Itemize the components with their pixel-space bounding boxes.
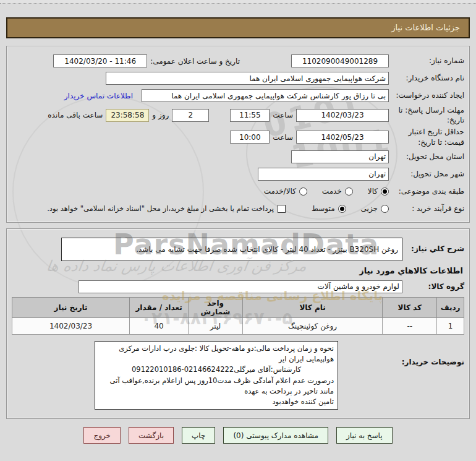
goods-group-label: گروه کالا: xyxy=(402,282,464,291)
validity-time-input[interactable] xyxy=(230,131,270,144)
buyer-notes-label: توضیحات خریدار: xyxy=(397,357,464,367)
need-info-panel: شماره نیاز: تاریخ و ساعت اعلان عمومی: 14… xyxy=(6,46,470,223)
buyer-org-input[interactable] xyxy=(106,72,389,85)
validity-label: حداقل تاریخ اعتبار قیمت: تا تاریخ: xyxy=(389,127,464,147)
city-row: شهر محل تحویل: xyxy=(12,166,464,182)
deadline-row: مهلت ارسال پاسخ: تا تاریخ: ساعت روز و 23… xyxy=(12,105,464,125)
col-header-goods-name: نام کالا xyxy=(242,297,383,317)
radio-goods-service-icon[interactable] xyxy=(299,187,307,196)
buyer-notes-line: نحوه و زمان پرداخت مالی:دو ماهه-تحویل کا… xyxy=(99,343,334,365)
back-button[interactable]: بازگشت xyxy=(129,427,174,444)
exit-button[interactable]: خروج xyxy=(83,427,121,444)
hours-remaining-label: ساعت باقی مانده xyxy=(45,111,106,119)
goods-group-input[interactable] xyxy=(79,280,402,293)
buyer-contact-link[interactable]: اطلاعات تماس خریدار xyxy=(64,92,133,100)
creator-row: ایجاد کننده درخواست: اطلاعات تماس خریدار xyxy=(12,88,464,103)
city-label: شهر محل تحویل: xyxy=(389,169,464,179)
page-title-bar: جزئیات اطلاعات نیاز xyxy=(6,17,470,38)
radio-medium-icon[interactable] xyxy=(338,205,346,213)
col-header-unit: واحد شمارش xyxy=(189,297,243,317)
deadline-time-input[interactable] xyxy=(230,109,270,122)
radio-medium-label: متوسط xyxy=(312,204,335,213)
col-header-row-number: ردیف xyxy=(437,297,464,317)
classification-label: طبقه بندی موضوعی: xyxy=(389,186,464,196)
action-buttons: پاسخ به نیاز مشاهده مدارک پیوستی (0) چاپ… xyxy=(0,427,476,444)
need-desc-row: شرح کلي نیاز: روغن B320SH بیتزر - تعداد … xyxy=(12,238,464,261)
process-type-row: نوع فرآیند خرید : جزیی متوسط پرداخت تمام… xyxy=(12,201,464,217)
validity-row: حداقل تاریخ اعتبار قیمت: تا تاریخ: ساعت xyxy=(12,127,464,147)
buyer-notes-box: نحوه و زمان پرداخت مالی:دو ماهه-تحویل کا… xyxy=(95,341,338,410)
cell-goods-name: روغن کوئینچینگ xyxy=(242,317,383,334)
need-number-input[interactable] xyxy=(291,54,389,67)
cell-goods-code: -- xyxy=(383,317,437,334)
cell-row-number: 1 xyxy=(437,317,464,334)
goods-table-row: 1 -- روغن کوئینچینگ لیتر 40 1402/03/23 xyxy=(12,317,464,334)
radio-goods-icon[interactable] xyxy=(381,187,389,196)
deadline-date-input[interactable] xyxy=(296,109,389,122)
buyer-org-label: نام دستگاه خریدار: xyxy=(389,73,464,83)
buyer-notes-line: تامین کننده خواهدبود xyxy=(99,397,334,407)
page-title: جزئیات اطلاعات نیاز xyxy=(391,23,460,32)
treasury-checkbox[interactable] xyxy=(278,205,286,213)
page-root: جزئیات اطلاعات نیاز شماره نیاز: تاریخ و … xyxy=(0,0,476,461)
countdown-timer: 23:58:58 xyxy=(106,109,149,122)
deadline-label: مهلت ارسال پاسخ: تا تاریخ: xyxy=(389,105,464,125)
validity-date-input[interactable] xyxy=(296,131,389,144)
days-and-label: روز و xyxy=(149,111,172,119)
radio-goods-label: کالا xyxy=(368,187,378,196)
buyer-notes-line: درصورت عدم اعلام آمادگی ظرف مدت10روز پس … xyxy=(99,376,334,397)
creator-input[interactable] xyxy=(142,89,389,102)
respond-button[interactable]: پاسخ به نیاز xyxy=(336,427,393,444)
classification-option-service[interactable]: خدمت xyxy=(322,187,353,196)
goods-info-panel: شرح کلي نیاز: روغن B320SH بیتزر - تعداد … xyxy=(6,228,470,420)
creator-label: ایجاد کننده درخواست: xyxy=(389,90,464,100)
province-label: استان محل تحویل: xyxy=(389,152,464,162)
announce-datetime: 1402/03/20 - 11:46 xyxy=(53,54,147,67)
radio-service-label: خدمت xyxy=(322,187,342,196)
need-desc-box: روغن B320SH بیتزر - تعداد 40 لیتر - کالا… xyxy=(61,238,402,261)
cell-unit: لیتر xyxy=(189,317,243,334)
need-number-row: شماره نیاز: تاریخ و ساعت اعلان عمومی: 14… xyxy=(12,53,464,69)
col-header-need-date: تاریخ نیاز xyxy=(12,297,130,317)
goods-section-heading: اطلاعات کالاهاي مورد نیاز xyxy=(13,266,463,275)
cell-quantity: 40 xyxy=(130,317,189,334)
province-row: استان محل تحویل: xyxy=(12,149,464,165)
process-option-medium[interactable]: متوسط xyxy=(312,204,346,213)
classification-option-goods[interactable]: کالا xyxy=(368,187,389,196)
treasury-checkbox-label: پرداخت تمام یا بخشی از مبلغ خرید،از محل … xyxy=(47,204,274,213)
col-header-goods-code: کد کالا xyxy=(383,297,437,317)
classification-option-goods-service[interactable]: کالا/خدمت xyxy=(264,187,307,196)
need-desc-label: شرح کلي نیاز: xyxy=(402,244,464,254)
city-input[interactable] xyxy=(258,168,389,181)
cell-need-date: 1402/03/23 xyxy=(12,317,130,334)
deadline-hour-label: ساعت xyxy=(270,111,296,119)
goods-table-header-row: ردیف کد کالا نام کالا واحد شمارش تعداد /… xyxy=(12,297,464,317)
process-type-label: نوع فرآیند خرید : xyxy=(389,204,464,213)
radio-partial-icon[interactable] xyxy=(381,205,389,213)
buyer-notes-line: کارشناس:آقای میرگلی02146624222-091220101… xyxy=(99,364,334,375)
classification-row: طبقه بندی موضوعی: کالا خدمت کالا/خدمت xyxy=(12,184,464,199)
view-attachments-button[interactable]: مشاهده مدارک پیوستی (0) xyxy=(223,427,328,444)
radio-goods-service-label: کالا/خدمت xyxy=(264,187,296,196)
top-divider xyxy=(0,0,476,4)
buyer-notes-row: توضیحات خریدار: نحوه و زمان پرداخت مالی:… xyxy=(12,341,464,410)
process-option-partial[interactable]: جزیی xyxy=(361,204,389,213)
goods-table: ردیف کد کالا نام کالا واحد شمارش تعداد /… xyxy=(12,297,464,335)
validity-hour-label: ساعت xyxy=(270,133,296,142)
province-input[interactable] xyxy=(291,150,389,163)
remaining-days-input[interactable] xyxy=(172,109,209,122)
radio-service-icon[interactable] xyxy=(345,187,353,196)
goods-group-row: گروه کالا: xyxy=(12,279,464,295)
buyer-org-row: نام دستگاه خریدار: xyxy=(12,71,464,86)
radio-partial-label: جزیی xyxy=(361,204,378,213)
need-number-label: شماره نیاز: xyxy=(389,56,464,66)
announce-label: تاریخ و ساعت اعلان عمومی: xyxy=(147,57,243,66)
print-button[interactable]: چاپ xyxy=(182,427,215,444)
col-header-quantity: تعداد / مقدار xyxy=(130,297,189,317)
